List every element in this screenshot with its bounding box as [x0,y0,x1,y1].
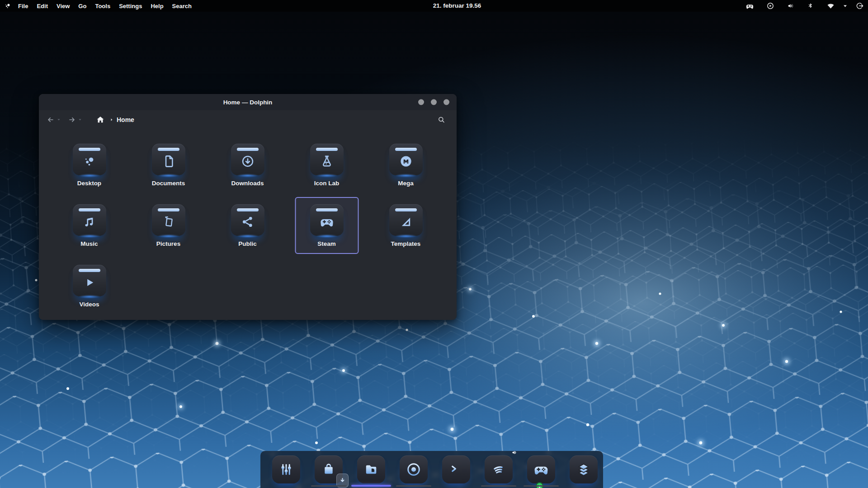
music-note-icon [73,204,106,236]
folder-item-templates[interactable]: Templates [366,198,445,258]
dots-icon [73,144,106,175]
search-icon[interactable] [437,116,446,124]
back-button[interactable] [46,115,61,124]
bluetooth-icon[interactable] [807,2,814,10]
folder-item-steam[interactable]: Steam [287,198,366,258]
gamepad-icon[interactable] [745,2,754,10]
dots-logo-icon[interactable] [4,2,12,10]
folder-item-mega[interactable]: Mega [366,137,445,198]
folder-label: Videos [79,301,99,308]
folder-item-icon-lab[interactable]: Icon Lab [287,137,366,198]
folder-label: Downloads [231,180,264,187]
folder-label: Pictures [156,240,180,247]
mega-m-icon [389,144,423,175]
folder-label: Icon Lab [314,180,340,187]
folder-label: Documents [152,180,185,187]
folder-label: Templates [391,240,421,247]
folder-item-documents[interactable]: Documents [129,137,208,198]
window-maximize-button[interactable] [431,99,437,105]
spotify-icon [485,455,513,483]
folder-label: Public [238,240,257,247]
dock-item-terminal[interactable] [442,455,470,483]
system-tray [733,0,864,12]
window-titlebar[interactable]: Home — Dolphin [39,94,457,110]
menu-tools[interactable]: Tools [95,3,110,9]
window-title: Home — Dolphin [223,99,273,106]
flask-icon [310,144,344,175]
volume-icon[interactable] [787,2,795,10]
home-icon[interactable] [96,115,105,124]
layers-icon [570,455,598,483]
document-icon [152,144,185,175]
download-icon [231,144,264,175]
folder-grid: Desktop Documents Downloads [50,137,445,319]
window-minimize-button[interactable] [418,99,424,105]
menu-view[interactable]: View [57,3,70,9]
forward-button[interactable] [67,115,82,124]
folder-label: Mega [398,180,414,187]
terminal-icon [442,455,470,483]
setsquare-icon [389,204,423,236]
running-indicator [396,485,431,487]
menu-search[interactable]: Search [172,3,192,9]
folder-label: Music [80,240,98,247]
power-icon[interactable] [855,1,864,10]
dock-item-spotify[interactable] [485,455,513,483]
dolphin-toolbar: Home [39,110,457,129]
dock-item-dolphin[interactable] [357,455,385,483]
running-indicator [481,485,516,487]
clock[interactable]: 21. februar 19.56 [433,0,481,12]
menu-items: File Edit View Go Tools Settings Help Se… [18,3,192,9]
dock-panel: + [260,451,603,488]
play-icon [73,265,106,296]
caret-down-icon [78,117,82,122]
dock-item-chrome[interactable] [400,455,428,483]
chrome-icon [400,455,428,483]
menu-file[interactable]: File [18,3,28,9]
menu-help[interactable]: Help [151,3,163,9]
caret-down-icon[interactable] [842,3,848,9]
breadcrumb-home[interactable]: Home [117,116,134,123]
wifi-icon[interactable] [826,2,835,10]
folder-label: Desktop [77,180,101,187]
share-icon [231,204,264,236]
gamepad-icon [527,455,555,483]
global-menu-bar: File Edit View Go Tools Settings Help Se… [0,0,868,12]
menu-edit[interactable]: Edit [37,3,48,9]
menu-go[interactable]: Go [78,3,86,9]
folder-label: Steam [317,240,336,247]
folder-item-desktop[interactable]: Desktop [50,137,129,198]
running-indicator [524,485,559,487]
dock-item-discover[interactable] [315,455,343,483]
folder-item-pictures[interactable]: Pictures [129,198,208,258]
desktop: File Edit View Go Tools Settings Help Se… [0,0,868,488]
caret-down-icon [57,117,61,122]
folder-item-music[interactable]: Music [50,198,129,258]
back-arrow-icon [46,115,55,124]
dock-item-system-settings[interactable] [272,455,300,483]
folder-item-public[interactable]: Public [208,198,287,258]
breadcrumb-separator-icon [109,117,114,122]
forward-arrow-icon [67,115,76,124]
active-indicator [351,485,391,487]
media-play-icon[interactable] [766,2,774,10]
photos-icon [152,204,185,236]
folder-item-videos[interactable]: Videos [50,258,129,319]
dolphin-window: Home — Dolphin [39,94,457,320]
dock-item-layers[interactable] [570,455,598,483]
folder-item-downloads[interactable]: Downloads [208,137,287,198]
window-close-button[interactable] [443,99,449,105]
menu-settings[interactable]: Settings [119,3,142,9]
audio-playing-badge [511,449,519,458]
window-controls [418,99,449,105]
gamepad-icon [310,204,344,236]
sliders-icon [272,455,300,483]
dock-item-steam[interactable]: + [527,455,555,483]
running-indicator [311,485,346,487]
folder-icon [357,455,385,483]
